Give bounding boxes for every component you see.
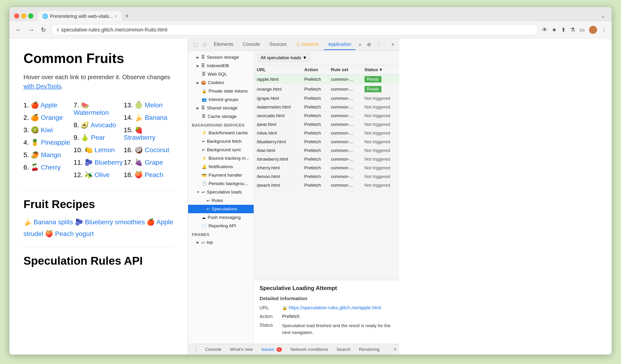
table-row[interactable]: /pear.html Prefetch common-... Not trigg… — [254, 120, 399, 129]
tab-application[interactable]: Application — [324, 39, 355, 50]
table-row[interactable]: /lemon.html Prefetch common-... Not trig… — [254, 172, 399, 181]
sidebar-item-reporting-api[interactable]: 📄Reporting API — [188, 222, 254, 230]
sidebar-item-private-state-tokens[interactable]: 🔒Private state tokens — [188, 87, 254, 95]
share-icon[interactable]: ⬆ — [561, 27, 566, 33]
cell-ruleset: common-... — [328, 164, 362, 172]
sidebar-item-rules[interactable]: ↩Rules — [188, 196, 254, 205]
sidebar-item-background-sync[interactable]: ↩Background sync — [188, 146, 254, 154]
sidebar-item-web-sql[interactable]: 🗄Web SQL — [188, 70, 254, 78]
table-row[interactable]: /strawberry.html Prefetch common-... Not… — [254, 155, 399, 164]
sidebar-item-interest-groups[interactable]: 👥Interest groups — [188, 95, 254, 104]
sidebar-item-session-storage[interactable]: ▶🗄Session storage — [188, 53, 254, 62]
sidebar-item-indexeddb[interactable]: ▶🗄IndexedDB — [188, 62, 254, 70]
new-tab-button[interactable]: + — [123, 10, 131, 21]
tab-list-chevron-icon[interactable]: ⌄ — [599, 11, 607, 21]
fruit-link-watermelon[interactable]: Watermelon — [73, 109, 109, 116]
fruit-link-apple[interactable]: Apple — [40, 102, 57, 109]
bookmark-icon[interactable]: ★ — [552, 27, 557, 33]
devtools-menu-icon[interactable]: ⋮ — [374, 40, 384, 49]
detail-url-value[interactable]: 🔒 https://speculative-rules.glitch.me/ap… — [282, 305, 381, 311]
devtools-close-button[interactable]: × — [389, 40, 397, 49]
bottom-tab-console[interactable]: Console — [201, 345, 225, 354]
tab-sources[interactable]: Sources — [265, 39, 291, 50]
devtools-link[interactable]: with DevTools — [23, 83, 61, 90]
tab-elements[interactable]: Elements — [209, 39, 238, 50]
close-button[interactable] — [14, 13, 19, 18]
split-view-icon[interactable]: ▭ — [579, 27, 585, 33]
more-menu-icon[interactable]: ⋮ — [601, 27, 607, 33]
address-bar[interactable]: ℹ speculative-rules.glitch.me/common-fru… — [51, 24, 538, 35]
devtools-inspect-icon[interactable]: ⬚ — [191, 40, 200, 49]
sidebar-item-cookies[interactable]: ▶🍪Cookies — [188, 78, 254, 87]
fruit-link-peach[interactable]: Peach — [145, 171, 163, 178]
bottom-tab-issues[interactable]: Issues × — [258, 345, 286, 354]
bottom-tab-rendering[interactable]: Rendering — [355, 345, 383, 354]
sidebar-item-notifications[interactable]: 🔔Notifications — [188, 162, 254, 171]
fruit-link-mango[interactable]: Mango — [41, 151, 61, 158]
sidebar-item-top[interactable]: ▶▭top — [188, 238, 254, 247]
bottom-tab-whatsnew[interactable]: What's new — [226, 345, 257, 354]
table-row[interactable]: /watermelon.html Prefetch common-... Not… — [254, 103, 399, 112]
fruit-link-melon[interactable]: Melon — [145, 102, 163, 109]
minimize-button[interactable] — [21, 13, 26, 18]
recipe-link-3[interactable]: 🍑 Peach yogurt — [45, 230, 94, 237]
fruit-link-banana[interactable]: Banana — [145, 114, 168, 121]
devtools-device-icon[interactable]: □ — [201, 40, 208, 49]
active-tab[interactable]: 🌐 Prerendering with web-vitals... × — [38, 11, 121, 21]
fruit-link-kiwi[interactable]: Kiwi — [41, 126, 53, 134]
table-row[interactable]: /kiwi.html Prefetch common-... Not trigg… — [254, 146, 399, 155]
table-row[interactable]: /cherry.html Prefetch common-... Not tri… — [254, 164, 399, 172]
bottom-bar-menu-icon[interactable]: ⋮ — [191, 345, 200, 354]
status-sort-icon[interactable]: ▾ — [380, 67, 382, 72]
tab-network[interactable]: ⚠ Network — [292, 39, 323, 50]
table-row[interactable]: /avocado.html Prefetch common-... Not tr… — [254, 112, 399, 120]
table-row[interactable]: /grape.html Prefetch common-... Not trig… — [254, 94, 399, 103]
extension-icon[interactable]: ⚗ — [570, 27, 575, 33]
fruit-link-orange[interactable]: Orange — [41, 114, 63, 121]
bottom-tab-search[interactable]: Search — [333, 345, 354, 354]
bottom-bar-close-button[interactable]: × — [394, 347, 397, 352]
recipe-link-1[interactable]: 🫐 Blueberry smoothies — [75, 218, 145, 226]
devtools-settings-icon[interactable]: ⚙ — [364, 40, 373, 49]
fruit-link-coconut[interactable]: Coconut — [145, 146, 169, 154]
tree-item-label: Session storage — [207, 55, 239, 60]
speculative-loads-dropdown[interactable]: All speculative loads ▼ — [258, 53, 310, 62]
forward-button[interactable]: → — [27, 25, 36, 35]
avatar[interactable] — [589, 26, 597, 34]
fruit-link-lemon[interactable]: Lemon — [95, 146, 115, 154]
fruit-link-pear[interactable]: Pear — [91, 134, 105, 141]
table-row[interactable]: /apple.html Prefetch common-... Ready — [254, 74, 399, 84]
table-row[interactable]: /peach.html Prefetch common-... Not trig… — [254, 181, 399, 190]
more-tabs-button[interactable]: » — [356, 40, 363, 49]
sidebar-item-periodic-backgrou---[interactable]: 🕐Periodic backgrou... — [188, 179, 254, 188]
bottom-tab-network-conditions[interactable]: Network conditions — [287, 345, 332, 354]
sidebar-item-speculative-loads[interactable]: ▼↩Speculative loads — [188, 188, 254, 196]
fruit-link-pineapple[interactable]: Pineapple — [41, 139, 70, 146]
sidebar-item-cache-storage[interactable]: 🗄Cache storage — [188, 112, 254, 121]
maximize-button[interactable] — [28, 13, 33, 18]
sidebar-item-speculations[interactable]: ↩Speculations — [188, 205, 254, 213]
fruit-link-blueberry[interactable]: Blueberry — [95, 159, 123, 166]
sidebar-item-push-messaging[interactable]: ☁Push messaging — [188, 213, 254, 222]
table-row[interactable]: /olive.html Prefetch common-... Not trig… — [254, 129, 399, 138]
table-row[interactable]: /orange.html Prefetch common-... Ready — [254, 84, 399, 94]
fruit-link-cherry[interactable]: Cherry — [41, 164, 61, 171]
cell-action: Prefetch — [301, 74, 328, 84]
sidebar-item-shared-storage[interactable]: ▶🗄Shared storage — [188, 104, 254, 112]
recipe-link-0[interactable]: 🍌 Banana splits — [23, 218, 73, 226]
fruit-link-avocado[interactable]: Avocado — [91, 121, 116, 129]
fruit-link-strawberry[interactable]: Strawberry — [124, 134, 155, 141]
sidebar-item-payment-handler[interactable]: 💳Payment handler — [188, 171, 254, 179]
fruit-link-olive[interactable]: Olive — [95, 171, 110, 178]
tab-console[interactable]: Console — [238, 39, 264, 50]
sidebar-item-bounce-tracking-m---[interactable]: ⚡Bounce tracking m... — [188, 154, 254, 162]
eye-icon[interactable]: 👁 — [542, 27, 548, 33]
tree-arrow-icon: ▶ — [197, 81, 199, 85]
sidebar-item-back-forward-cache[interactable]: ⚡Back/forward cache — [188, 129, 254, 137]
sidebar-item-background-fetch[interactable]: ↩Background fetch — [188, 137, 254, 146]
tab-close-button[interactable]: × — [115, 14, 118, 19]
fruit-link-grape[interactable]: Grape — [145, 159, 163, 166]
refresh-button[interactable]: ↻ — [39, 25, 48, 35]
back-button[interactable]: ← — [14, 25, 23, 35]
table-row[interactable]: /blueberry.html Prefetch common-... Not … — [254, 138, 399, 146]
